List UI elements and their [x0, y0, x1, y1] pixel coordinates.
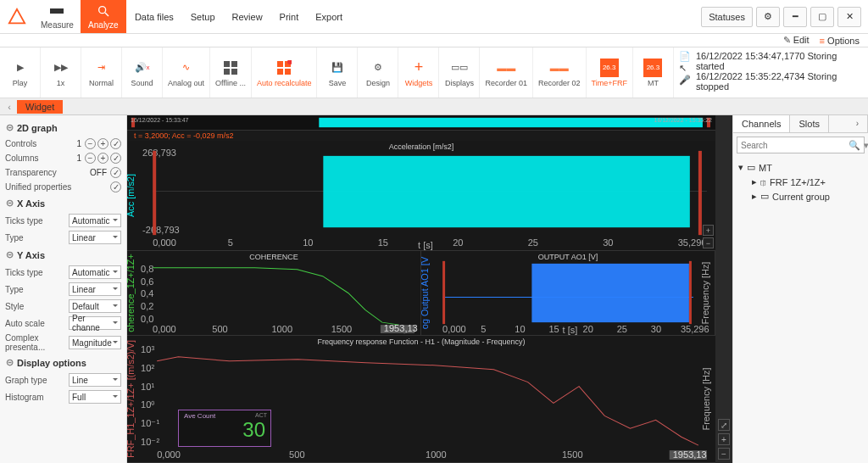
search-box[interactable]: 🔍 ▾ — [737, 137, 865, 153]
statuses-button[interactable]: Statuses — [701, 7, 753, 27]
svg-text:500: 500 — [289, 449, 304, 460]
tab-prev[interactable]: ‹ — [3, 101, 15, 113]
svg-text:1953,13: 1953,13 — [384, 323, 418, 333]
menu-print[interactable]: Print — [271, 0, 308, 33]
options-link[interactable]: ≡ Options — [820, 36, 860, 46]
widget-tab[interactable]: Widget — [17, 100, 63, 114]
accel-chart[interactable]: Acceleration [m/s2] Acc [m/s2] 268,793 -… — [127, 141, 715, 251]
svg-rect-3 — [224, 61, 230, 67]
mt-button[interactable]: 26.3MT — [633, 47, 674, 98]
analog-out-button[interactable]: ∿Analog out — [163, 47, 210, 98]
panel-chevron[interactable]: › — [848, 115, 868, 132]
tree-item[interactable]: ▸▭Current group — [738, 189, 863, 204]
window-minimize[interactable]: ━ — [783, 7, 807, 27]
play-button[interactable]: ▶Play — [0, 47, 41, 98]
timefrf-button[interactable]: 26.3Time+FRF — [587, 47, 633, 98]
recorder2-button[interactable]: ▬▬Recorder 02 — [533, 47, 587, 98]
tab-channels[interactable]: Channels — [733, 115, 790, 132]
check-button[interactable]: ✓ — [110, 138, 121, 149]
section-y-axis[interactable]: ⊝Y Axis — [5, 246, 121, 264]
coherence-chart[interactable]: COHERENCE oherence_1Z+/1Z+ 0,00,20,40,60… — [127, 251, 421, 336]
yticks-label: Ticks type — [5, 268, 65, 277]
zoom-in-button[interactable]: + — [718, 433, 730, 445]
xtype-select[interactable]: Linear — [69, 231, 121, 244]
displays-button[interactable]: ▭▭Displays — [439, 47, 480, 98]
toolbar: ▶Play ▶▶1x ⇥Normal 🔊xSound ∿Analog out O… — [0, 47, 868, 98]
sound-button[interactable]: 🔊xSound — [122, 47, 163, 98]
check-button[interactable]: ✓ — [110, 167, 121, 178]
design-button[interactable]: ⚙Design — [358, 47, 398, 98]
window-close[interactable]: ✕ — [837, 7, 861, 27]
tree-root[interactable]: ▾▭MT — [738, 160, 863, 175]
svg-text:og Output AO1 [V: og Output AO1 [V — [421, 256, 430, 329]
ts-left: 16/12/2022 - 15:33:47 — [131, 117, 189, 123]
recalc-icon — [275, 59, 293, 77]
svg-text:1000: 1000 — [271, 324, 292, 334]
inc-button[interactable]: + — [97, 153, 108, 164]
svg-text:10⁻²: 10⁻² — [141, 437, 159, 447]
xtype-label: Type — [5, 233, 65, 243]
menu-analyze[interactable]: Analyze — [81, 0, 126, 33]
expand-button[interactable]: ⤢ — [718, 419, 730, 431]
svg-rect-5 — [224, 69, 230, 75]
mic-icon: 🎤 — [679, 75, 691, 85]
save-button[interactable]: 💾Save — [317, 47, 358, 98]
ystyle-select[interactable]: Default — [69, 299, 121, 313]
menu-review[interactable]: Review — [224, 0, 271, 33]
menu-export[interactable]: Export — [307, 0, 351, 33]
chart-title: Frequency response Function - H1 - (Magn… — [317, 337, 525, 346]
zoom-out[interactable]: − — [703, 237, 714, 248]
settings-button[interactable]: ⚙ — [756, 7, 780, 27]
dec-button[interactable]: − — [85, 153, 96, 164]
svg-text:15: 15 — [548, 324, 559, 334]
disclosure-icon: ⊝ — [5, 357, 14, 368]
group-icon: ▭ — [760, 191, 769, 202]
widgets-button[interactable]: +Widgets — [398, 47, 439, 98]
disclosure-icon: ▸ — [752, 191, 757, 202]
menu-measure[interactable]: Measure — [34, 0, 81, 33]
menu-setup[interactable]: Setup — [182, 0, 224, 33]
svg-text:10³: 10³ — [141, 344, 154, 354]
ytype-select[interactable]: Linear — [69, 282, 121, 296]
recorder1-button[interactable]: ▬▬Recorder 01 — [480, 47, 533, 98]
speed-button[interactable]: ▶▶1x — [41, 47, 81, 98]
svg-rect-4 — [231, 61, 237, 67]
svg-rect-22 — [153, 151, 156, 235]
inc-button[interactable]: + — [97, 138, 108, 149]
auto-recalc-button[interactable]: Auto recalculate — [252, 47, 318, 98]
menu-datafiles[interactable]: Data files — [126, 0, 182, 33]
section-2d-graph[interactable]: ⊝2D graph — [5, 119, 121, 137]
output-chart[interactable]: OUTPUT AO1 [V] og Output AO1 [V Frequenc… — [421, 251, 715, 336]
frf-chart[interactable]: Frequency response Function - H1 - (Magn… — [127, 336, 715, 463]
check-button[interactable]: ✓ — [110, 181, 121, 192]
tree-item[interactable]: ▸⎅FRF 1Z+/1Z+ — [738, 175, 863, 189]
chart-title: Acceleration [m/s2] — [389, 142, 454, 151]
histogram-select[interactable]: Full — [69, 390, 121, 404]
check-button[interactable]: ✓ — [110, 153, 121, 164]
xticks-select[interactable]: Automatic — [69, 214, 121, 227]
svg-text:0,6: 0,6 — [141, 276, 153, 287]
search-input[interactable] — [741, 141, 849, 150]
graphtype-select[interactable]: Line — [69, 373, 121, 387]
dec-button[interactable]: − — [85, 138, 96, 149]
autoscale-select[interactable]: Per channe — [69, 316, 121, 330]
tab-slots[interactable]: Slots — [790, 115, 828, 132]
edit-link[interactable]: ✎ Edit — [783, 35, 810, 46]
canvas-scroll-controls: ⤢ + − — [715, 115, 732, 463]
zoom-out-button[interactable]: − — [718, 448, 730, 460]
timeline-chart[interactable]: 16/12/2022 - 15:33:47 16/12/2022 - 15:35… — [127, 115, 715, 131]
channel-icon: ⎅ — [760, 177, 766, 187]
yticks-select[interactable]: Automatic — [69, 265, 121, 279]
normal-button[interactable]: ⇥Normal — [81, 47, 122, 98]
plus-icon: + — [409, 59, 428, 77]
complex-select[interactable]: Magnitude — [69, 336, 121, 349]
section-x-axis[interactable]: ⊝X Axis — [5, 194, 121, 212]
svg-text:0,2: 0,2 — [141, 301, 153, 311]
section-display-options[interactable]: ⊝Display options — [5, 354, 121, 371]
zoom-in[interactable]: + — [703, 225, 714, 236]
chevron-down-icon[interactable]: ▾ — [864, 140, 868, 151]
window-maximize[interactable]: ▢ — [810, 7, 834, 27]
svg-rect-51 — [531, 264, 689, 322]
offline-button[interactable]: Offline ... — [210, 47, 252, 98]
svg-text:Frequency [Hz]: Frequency [Hz] — [701, 367, 711, 430]
